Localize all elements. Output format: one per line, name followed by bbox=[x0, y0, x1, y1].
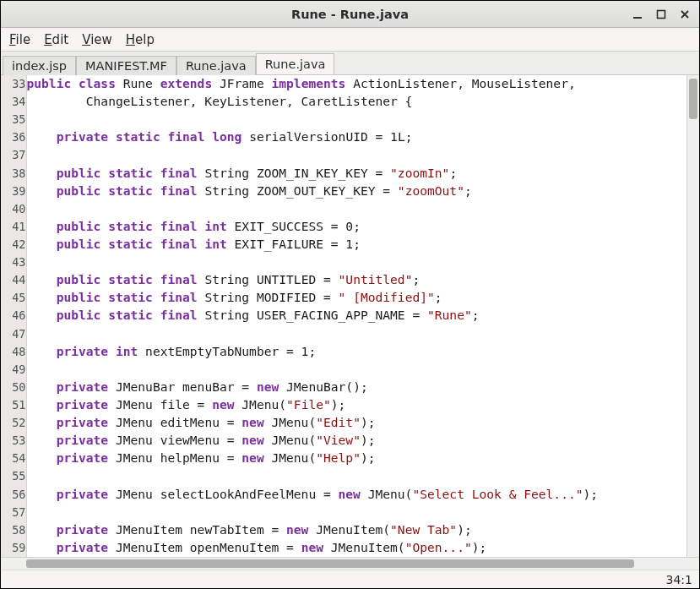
code-line[interactable]: 33public class Rune extends JFrame imple… bbox=[1, 75, 686, 93]
code-line[interactable]: 57 bbox=[1, 504, 686, 521]
code-line[interactable]: 48 private int nextEmptyTabNumber = 1; bbox=[1, 343, 686, 361]
code-line[interactable]: 36 private static final long serialVersi… bbox=[1, 128, 686, 146]
code-content[interactable] bbox=[26, 361, 686, 379]
code-line[interactable]: 35 bbox=[1, 111, 686, 128]
code-line[interactable]: 51 private JMenu file = new JMenu("File"… bbox=[1, 396, 686, 414]
code-content[interactable] bbox=[26, 146, 686, 164]
line-number: 43 bbox=[1, 254, 26, 271]
code-line[interactable]: 37 bbox=[1, 146, 686, 164]
code-line[interactable]: 52 private JMenu editMenu = new JMenu("E… bbox=[1, 414, 686, 432]
vertical-scrollbar[interactable] bbox=[686, 75, 699, 557]
line-number: 49 bbox=[1, 361, 26, 379]
menu-help[interactable]: Help bbox=[121, 30, 163, 49]
horizontal-scrollbar[interactable] bbox=[1, 557, 699, 570]
code-content[interactable]: private JMenu selectLookAndFeelMenu = ne… bbox=[26, 486, 686, 504]
line-number: 39 bbox=[1, 183, 26, 200]
code-content[interactable]: public class Rune extends JFrame impleme… bbox=[26, 75, 686, 93]
maximize-button[interactable] bbox=[650, 5, 672, 24]
code-line[interactable]: 59 private JMenuItem openMenuItem = new … bbox=[1, 539, 686, 557]
code-content[interactable]: private JMenu helpMenu = new JMenu("Help… bbox=[26, 450, 686, 467]
code-content[interactable]: public static final String ZOOM_IN_KEY_K… bbox=[26, 165, 686, 183]
code-line[interactable]: 50 private JMenuBar menuBar = new JMenuB… bbox=[1, 379, 686, 396]
window-title: Rune - Rune.java bbox=[1, 8, 699, 21]
code-content[interactable] bbox=[26, 467, 686, 485]
code-line[interactable]: 47 bbox=[1, 325, 686, 343]
code-line[interactable]: 54 private JMenu helpMenu = new JMenu("H… bbox=[1, 450, 686, 467]
code-line[interactable]: 40 bbox=[1, 200, 686, 218]
code-content[interactable]: private JMenu file = new JMenu("File"); bbox=[26, 396, 686, 414]
line-number: 44 bbox=[1, 271, 26, 289]
tab-bar: index.jsp MANIFEST.MF Rune.java Rune.jav… bbox=[1, 52, 699, 75]
code-content[interactable]: public static final int EXIT_FAILURE = 1… bbox=[26, 236, 686, 254]
line-number: 35 bbox=[1, 111, 26, 128]
editor-viewport[interactable]: 33public class Rune extends JFrame imple… bbox=[1, 75, 686, 557]
line-number: 41 bbox=[1, 218, 26, 236]
tab-index-jsp[interactable]: index.jsp bbox=[3, 56, 76, 75]
code-line[interactable]: 39 public static final String ZOOM_OUT_K… bbox=[1, 183, 686, 200]
code-line[interactable]: 41 public static final int EXIT_SUCCESS … bbox=[1, 218, 686, 236]
line-number: 36 bbox=[1, 128, 26, 146]
code-content[interactable]: public static final String USER_FACING_A… bbox=[26, 307, 686, 324]
code-line[interactable]: 58 private JMenuItem newTabItem = new JM… bbox=[1, 521, 686, 539]
code-content[interactable] bbox=[26, 254, 686, 271]
code-content[interactable]: private static final long serialVersionU… bbox=[26, 128, 686, 146]
minimize-button[interactable] bbox=[627, 5, 648, 24]
menu-view[interactable]: View bbox=[77, 30, 121, 49]
code-content[interactable]: private JMenu viewMenu = new JMenu("View… bbox=[26, 432, 686, 450]
line-number: 33 bbox=[1, 75, 26, 93]
code-line[interactable]: 46 public static final String USER_FACIN… bbox=[1, 307, 686, 324]
code-content[interactable]: private JMenu editMenu = new JMenu("Edit… bbox=[26, 414, 686, 432]
horizontal-scrollbar-thumb[interactable] bbox=[26, 559, 634, 568]
window-titlebar: Rune - Rune.java bbox=[1, 1, 699, 28]
code-line[interactable]: 43 bbox=[1, 254, 686, 271]
code-line[interactable]: 42 public static final int EXIT_FAILURE … bbox=[1, 236, 686, 254]
code-lines[interactable]: 33public class Rune extends JFrame imple… bbox=[1, 75, 686, 557]
code-line[interactable]: 38 public static final String ZOOM_IN_KE… bbox=[1, 165, 686, 183]
code-line[interactable]: 49 bbox=[1, 361, 686, 379]
line-number: 40 bbox=[1, 200, 26, 218]
line-number: 47 bbox=[1, 325, 26, 343]
status-bar: 34:1 bbox=[1, 570, 699, 588]
menubar: File Edit View Help bbox=[1, 28, 699, 52]
line-number: 45 bbox=[1, 289, 26, 307]
code-content[interactable]: private int nextEmptyTabNumber = 1; bbox=[26, 343, 686, 361]
tab-manifest-mf[interactable]: MANIFEST.MF bbox=[76, 56, 176, 75]
window-controls bbox=[627, 1, 696, 27]
line-number: 57 bbox=[1, 504, 26, 521]
line-number: 38 bbox=[1, 165, 26, 183]
code-line[interactable]: 53 private JMenu viewMenu = new JMenu("V… bbox=[1, 432, 686, 450]
editor: 33public class Rune extends JFrame imple… bbox=[1, 75, 699, 557]
menu-edit-rest: dit bbox=[52, 32, 69, 47]
code-line[interactable]: 44 public static final String UNTITLED =… bbox=[1, 271, 686, 289]
line-number: 42 bbox=[1, 236, 26, 254]
code-content[interactable]: private JMenuItem openMenuItem = new JMe… bbox=[26, 539, 686, 557]
code-line[interactable]: 45 public static final String MODIFIED =… bbox=[1, 289, 686, 307]
close-button[interactable] bbox=[674, 5, 696, 24]
line-number: 48 bbox=[1, 343, 26, 361]
code-content[interactable]: private JMenuItem newTabItem = new JMenu… bbox=[26, 521, 686, 539]
line-number: 55 bbox=[1, 467, 26, 485]
menu-file[interactable]: File bbox=[4, 30, 39, 49]
menu-edit[interactable]: Edit bbox=[39, 30, 77, 49]
code-content[interactable] bbox=[26, 200, 686, 218]
code-content[interactable]: public static final String ZOOM_OUT_KEY_… bbox=[26, 183, 686, 200]
tab-rune-java-2[interactable]: Rune.java bbox=[256, 53, 335, 74]
code-line[interactable]: 56 private JMenu selectLookAndFeelMenu =… bbox=[1, 486, 686, 504]
code-content[interactable] bbox=[26, 111, 686, 128]
code-content[interactable]: public static final int EXIT_SUCCESS = 0… bbox=[26, 218, 686, 236]
line-number: 46 bbox=[1, 307, 26, 324]
svg-rect-1 bbox=[658, 10, 665, 18]
tab-rune-java-1[interactable]: Rune.java bbox=[176, 56, 256, 75]
code-content[interactable]: public static final String UNTITLED = "U… bbox=[26, 271, 686, 289]
code-line[interactable]: 34 ChangeListener, KeyListener, CaretLis… bbox=[1, 93, 686, 111]
code-content[interactable] bbox=[26, 504, 686, 521]
code-content[interactable]: private JMenuBar menuBar = new JMenuBar(… bbox=[26, 379, 686, 396]
vertical-scrollbar-thumb[interactable] bbox=[689, 79, 697, 119]
code-content[interactable]: ChangeListener, KeyListener, CaretListen… bbox=[26, 93, 686, 111]
svg-rect-0 bbox=[633, 17, 642, 19]
code-content[interactable]: public static final String MODIFIED = " … bbox=[26, 289, 686, 307]
code-line[interactable]: 55 bbox=[1, 467, 686, 485]
line-number: 50 bbox=[1, 379, 26, 396]
code-content[interactable] bbox=[26, 325, 686, 343]
line-number: 59 bbox=[1, 539, 26, 557]
